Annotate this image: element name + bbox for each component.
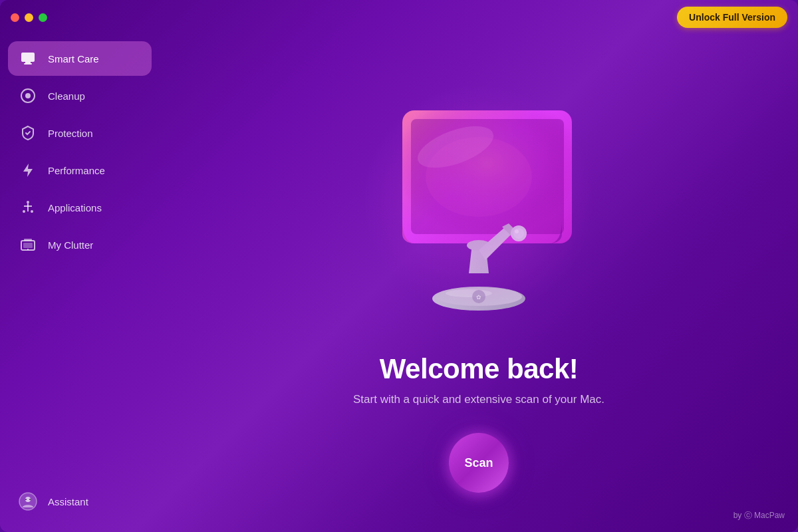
welcome-subtitle: Start with a quick and extensive scan of…: [353, 393, 604, 406]
unlock-full-version-button[interactable]: Unlock Full Version: [677, 7, 787, 28]
smart-care-icon: [17, 48, 39, 69]
sidebar-item-cleanup[interactable]: Cleanup: [8, 78, 152, 113]
macpaw-branding: by ⓒ MacPaw: [733, 510, 785, 521]
svg-point-13: [27, 249, 29, 250]
my-clutter-icon: [17, 234, 39, 255]
imac-illustration-container: ✿: [339, 61, 618, 340]
traffic-lights: [11, 13, 47, 22]
scan-button[interactable]: Scan: [449, 433, 509, 493]
performance-icon: [17, 160, 39, 181]
minimize-button[interactable]: [25, 13, 33, 22]
svg-point-32: [426, 137, 532, 217]
sidebar-item-my-clutter[interactable]: My Clutter: [8, 227, 152, 262]
svg-rect-12: [23, 243, 33, 248]
svg-point-25: [513, 228, 524, 239]
welcome-title: Welcome back!: [380, 353, 579, 385]
maximize-button[interactable]: [39, 13, 47, 22]
svg-marker-5: [23, 164, 33, 177]
svg-text:✿: ✿: [476, 294, 481, 301]
svg-rect-2: [24, 63, 32, 65]
svg-point-4: [25, 93, 31, 98]
sidebar-label-protection: Protection: [48, 128, 93, 139]
imac-svg: ✿: [352, 74, 605, 327]
svg-point-26: [515, 229, 519, 233]
app-window: Unlock Full Version Smart Care: [0, 0, 798, 532]
svg-point-10: [31, 210, 33, 213]
svg-point-17: [25, 499, 27, 500]
close-button[interactable]: [11, 13, 19, 22]
content-area: ✿ Welcome back! Start with a quick and e…: [160, 35, 798, 532]
applications-icon: [17, 197, 39, 218]
sidebar-item-performance[interactable]: Performance: [8, 153, 152, 188]
sidebar-label-my-clutter: My Clutter: [48, 239, 93, 251]
sidebar-label-smart-care: Smart Care: [48, 53, 99, 65]
cleanup-icon: [17, 85, 39, 106]
main-layout: Smart Care Cleanup: [0, 35, 798, 532]
svg-rect-1: [25, 62, 31, 63]
svg-rect-14: [24, 239, 32, 241]
sidebar-label-cleanup: Cleanup: [48, 90, 85, 102]
assistant-icon: [17, 491, 39, 512]
svg-point-6: [27, 201, 29, 203]
sidebar-item-applications[interactable]: Applications: [8, 190, 152, 225]
sidebar: Smart Care Cleanup: [0, 35, 160, 532]
sidebar-item-assistant[interactable]: Assistant: [8, 484, 152, 519]
sidebar-label-assistant: Assistant: [48, 496, 88, 507]
sidebar-label-performance: Performance: [48, 165, 105, 176]
sidebar-bottom: Assistant: [8, 484, 152, 525]
sidebar-spacer: [8, 265, 152, 481]
title-bar: Unlock Full Version: [0, 0, 798, 35]
sidebar-item-protection[interactable]: Protection: [8, 116, 152, 150]
sidebar-item-smart-care[interactable]: Smart Care: [8, 41, 152, 76]
protection-icon: [17, 122, 39, 144]
svg-rect-0: [21, 53, 35, 62]
svg-point-9: [23, 210, 25, 213]
sidebar-label-applications: Applications: [48, 202, 102, 213]
scan-button-container: Scan: [449, 433, 509, 493]
macpaw-brand-text: by ⓒ MacPaw: [733, 510, 785, 521]
svg-point-18: [29, 499, 31, 500]
